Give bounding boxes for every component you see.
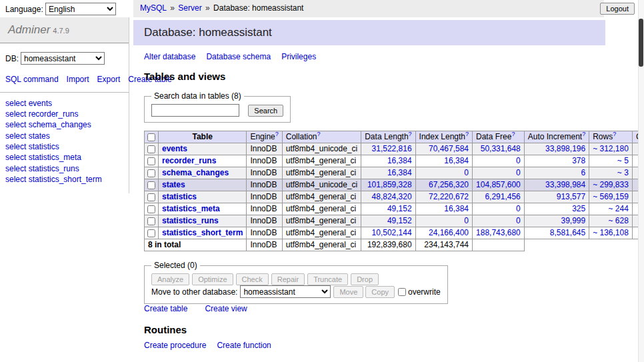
language-select[interactable]: English	[45, 3, 116, 15]
auto-increment-link[interactable]: 33,398,984	[545, 180, 585, 189]
table-name-link[interactable]: schema_changes	[162, 168, 229, 177]
optimize-button[interactable]: Optimize	[192, 273, 233, 285]
help-link[interactable]: ?	[465, 131, 469, 137]
row-checkbox[interactable]	[147, 145, 155, 153]
data-free-link[interactable]: 0	[516, 168, 521, 177]
vertical-scrollbar[interactable]	[638, 0, 644, 362]
sidebar-action-export[interactable]: Export	[97, 75, 121, 84]
rows-link[interactable]: ~ 5	[617, 156, 629, 165]
row-checkbox[interactable]	[147, 229, 155, 237]
move-button[interactable]: Move	[333, 286, 363, 298]
db-nav-alter-database[interactable]: Alter database	[144, 52, 195, 61]
repair-button[interactable]: Repair	[271, 273, 305, 285]
rows-link[interactable]: ~ 136,108	[593, 228, 629, 237]
create-link-create-table[interactable]: Create table	[144, 304, 187, 313]
table-name-link[interactable]: events	[162, 144, 187, 153]
index-length-link[interactable]: 70,467,584	[429, 144, 469, 153]
table-name-link[interactable]: states	[162, 180, 185, 189]
rows-link[interactable]: ~ 3	[617, 168, 629, 177]
data-length-link[interactable]: 101,859,328	[367, 180, 412, 189]
check-button[interactable]: Check	[236, 273, 269, 285]
row-checkbox[interactable]	[147, 193, 155, 201]
table-name-link[interactable]: recorder_runs	[162, 156, 216, 165]
data-free-link[interactable]: 188,743,680	[476, 228, 521, 237]
data-free-link[interactable]: 0	[516, 216, 521, 225]
data-length-link[interactable]: 49,152	[387, 216, 412, 225]
auto-increment-link[interactable]: 39,999	[561, 216, 585, 225]
breadcrumb-item[interactable]: Server	[178, 3, 201, 13]
routine-link-create-function[interactable]: Create function	[217, 341, 271, 350]
auto-increment-link[interactable]: 378	[572, 156, 585, 165]
scrollbar-thumb[interactable]	[639, 19, 643, 67]
index-length-link[interactable]: 0	[464, 168, 469, 177]
sidebar-table-link-select-events[interactable]: select events	[5, 99, 123, 109]
db-nav-privileges[interactable]: Privileges	[281, 52, 316, 61]
sidebar-action-import[interactable]: Import	[67, 75, 89, 84]
data-free-link[interactable]: 50,331,648	[481, 144, 521, 153]
sidebar-table-link-select-statistics-runs[interactable]: select statistics_runs	[5, 164, 123, 174]
help-link[interactable]: ?	[317, 131, 320, 137]
sidebar-table-link-select-states[interactable]: select states	[5, 131, 123, 141]
table-name-link[interactable]: statistics_meta	[162, 204, 220, 213]
row-checkbox[interactable]	[147, 169, 155, 177]
auto-increment-link[interactable]: 8,581,645	[550, 228, 585, 237]
data-free-link[interactable]: 0	[516, 156, 521, 165]
sidebar-table-link-select-statistics-meta[interactable]: select statistics_meta	[5, 153, 123, 163]
help-link[interactable]: ?	[275, 131, 279, 137]
auto-increment-link[interactable]: 6	[581, 168, 585, 177]
rows-link[interactable]: ~ 299,833	[593, 180, 629, 189]
search-button[interactable]: Search	[248, 105, 283, 117]
db-nav-database-schema[interactable]: Database schema	[206, 52, 271, 61]
data-free-link[interactable]: 0	[516, 204, 521, 213]
index-length-link[interactable]: 24,166,400	[429, 228, 469, 237]
data-free-link[interactable]: 104,857,600	[476, 180, 521, 189]
index-length-link[interactable]: 16,384	[444, 204, 469, 213]
move-db-select[interactable]: homeassistant	[240, 285, 331, 298]
db-select[interactable]: homeassistant	[21, 52, 105, 65]
row-checkbox[interactable]	[147, 181, 155, 189]
overwrite-checkbox[interactable]	[398, 288, 406, 296]
breadcrumb-item[interactable]: MySQL	[140, 3, 167, 13]
data-length-link[interactable]: 48,824,320	[372, 192, 412, 201]
auto-increment-link[interactable]: 913,577	[557, 192, 585, 201]
select-all-checkbox[interactable]	[147, 133, 155, 141]
help-link[interactable]: ?	[511, 131, 515, 137]
rows-link[interactable]: ~ 569,159	[593, 192, 629, 201]
table-name-link[interactable]: statistics_short_term	[162, 228, 243, 237]
routine-link-create-procedure[interactable]: Create procedure	[144, 341, 206, 350]
data-free-link[interactable]: 6,291,456	[485, 192, 520, 201]
logout-button[interactable]: Logout	[600, 3, 635, 15]
data-length-link[interactable]: 16,384	[387, 168, 412, 177]
rows-link[interactable]: ~ 628	[609, 216, 629, 225]
copy-button[interactable]: Copy	[365, 286, 395, 298]
index-length-link[interactable]: 67,256,320	[429, 180, 469, 189]
sidebar-table-link-select-statistics[interactable]: select statistics	[5, 142, 123, 152]
analyze-button[interactable]: Analyze	[151, 273, 189, 285]
rows-link[interactable]: ~ 312,180	[593, 144, 629, 153]
table-name-link[interactable]: statistics	[162, 192, 197, 201]
data-length-link[interactable]: 10,502,144	[372, 228, 412, 237]
row-checkbox[interactable]	[147, 157, 155, 165]
sidebar-action-sql-command[interactable]: SQL command	[5, 75, 59, 84]
index-length-link[interactable]: 72,220,672	[429, 192, 469, 201]
drop-button[interactable]: Drop	[351, 273, 379, 285]
row-checkbox[interactable]	[147, 205, 155, 213]
index-length-link[interactable]: 16,384	[444, 156, 469, 165]
sidebar-table-link-select-schema-changes[interactable]: select schema_changes	[5, 120, 123, 130]
rows-link[interactable]: ~ 244	[609, 204, 629, 213]
sidebar-table-link-select-recorder-runs[interactable]: select recorder_runs	[5, 109, 123, 119]
data-length-link[interactable]: 16,384	[387, 156, 412, 165]
app-version[interactable]: 4.7.9	[53, 27, 69, 35]
create-link-create-view[interactable]: Create view	[205, 304, 247, 313]
help-link[interactable]: ?	[582, 131, 585, 137]
data-length-link[interactable]: 49,152	[387, 204, 412, 213]
auto-increment-link[interactable]: 33,898,196	[545, 144, 585, 153]
index-length-link[interactable]: 0	[464, 216, 469, 225]
table-name-link[interactable]: statistics_runs	[162, 216, 219, 225]
help-link[interactable]: ?	[613, 131, 616, 137]
sidebar-table-link-select-statistics-short-term[interactable]: select statistics_short_term	[5, 175, 123, 185]
search-input[interactable]	[151, 104, 239, 117]
row-checkbox[interactable]	[147, 217, 155, 225]
help-link[interactable]: ?	[409, 131, 412, 137]
truncate-button[interactable]: Truncate	[307, 273, 348, 285]
